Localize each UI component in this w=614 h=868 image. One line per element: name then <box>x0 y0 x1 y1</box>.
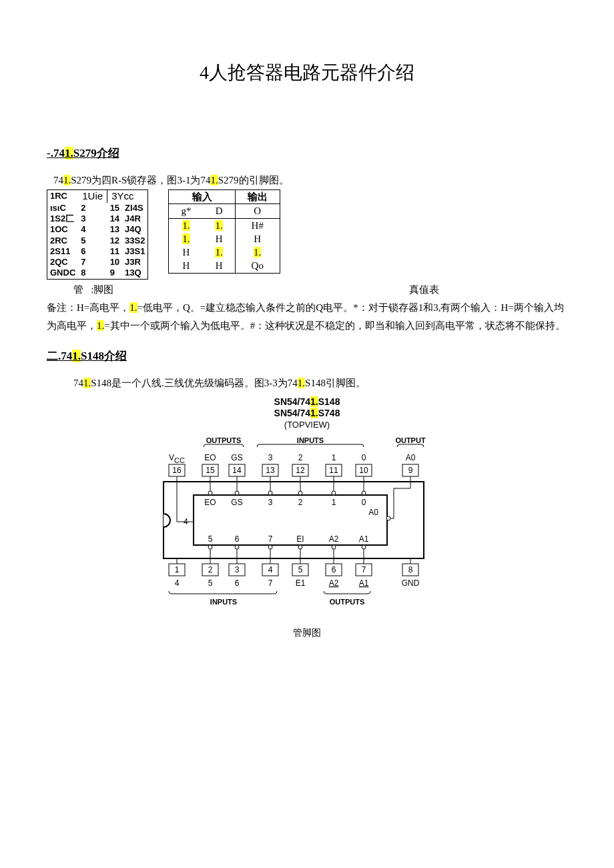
mid-2: 2 <box>298 498 303 507</box>
truth-r2c: H <box>235 232 280 246</box>
section-1-heading: -.741.S279介绍 <box>47 145 567 161</box>
bn7: 7 <box>362 565 366 574</box>
svg-point-20 <box>208 491 212 495</box>
s1-intro-e: S279的引脚图。 <box>218 175 289 185</box>
svg-point-42 <box>362 545 366 549</box>
top-gs: GS <box>231 453 242 462</box>
lbl-inputs-top: INPUTS <box>297 436 324 444</box>
bn3: 3 <box>235 565 240 574</box>
pin-r3-n1: 3 <box>78 213 107 224</box>
mid-4: 4 <box>184 517 188 526</box>
s1-note: 备注：H=高电平，1.=低电平，Q。=建立稳态输入条件之前的Q电平。*：对于锁存… <box>47 299 567 335</box>
svg-point-24 <box>268 491 272 495</box>
bn6: 6 <box>332 565 336 574</box>
top-a0: A0 <box>406 453 416 462</box>
truth-r4c: Qo <box>235 259 280 273</box>
pin-r1-l: 1RC <box>47 190 79 203</box>
truth-h2: D <box>203 204 235 218</box>
mid-0: 0 <box>362 498 366 507</box>
svg-point-34 <box>235 545 239 549</box>
mid-3: 3 <box>268 498 273 507</box>
chip-diagram: OUTPUTS INPUTS OUTPUT VCC EO GS 3 2 1 0 … <box>150 435 464 615</box>
bot-4: 4 <box>175 578 180 588</box>
mb-7: 7 <box>268 534 273 544</box>
pin-r7-n2: 10 <box>107 257 122 268</box>
top-0: 0 <box>362 453 366 462</box>
ct1b: 1. <box>310 396 318 407</box>
tn15: 15 <box>206 466 215 475</box>
tn14: 14 <box>232 466 242 475</box>
s1-intro: 741.S279为四R-S锁存器，图3-1为741.S279的引脚图。 <box>53 174 567 187</box>
caption-row-1: 管 :脚图 真值表 <box>47 284 567 296</box>
truth-r1a: 1. <box>182 220 190 231</box>
pin-r3-r: J4R <box>122 213 148 224</box>
s1-head-post: S279介绍 <box>73 147 119 159</box>
bot-gnd: GND <box>402 578 420 588</box>
truth-h-in: 输入 <box>169 190 235 204</box>
truth-r1c: H# <box>235 218 280 232</box>
pin-r8-n2: 9 <box>107 268 122 279</box>
pin-r2-l: ısıC <box>47 203 79 213</box>
pin-r6-r: J3S1 <box>122 246 148 257</box>
truth-r2b: H <box>203 232 235 246</box>
bot-7: 7 <box>268 578 273 588</box>
svg-point-32 <box>208 545 212 549</box>
svg-point-36 <box>268 545 272 549</box>
caption-truth: 真值表 <box>280 284 567 296</box>
truth-r4a: H <box>169 259 204 273</box>
bn2: 2 <box>208 565 213 574</box>
s2-intro-c: S148是一个八线.三线优先级编码器。图3-3为74 <box>91 378 298 388</box>
truth-h-out: 输出 <box>235 190 280 204</box>
tn11: 11 <box>329 466 338 475</box>
cap-left-a: 管 <box>73 284 83 295</box>
pin-r5-n2: 12 <box>107 236 122 246</box>
svg-point-22 <box>235 491 239 495</box>
pin-r8-r: 13Q <box>122 268 148 279</box>
s2-head-pre: 二.74 <box>47 350 72 362</box>
mid-gs: GS <box>231 498 242 507</box>
tn13: 13 <box>266 466 275 475</box>
mb-a1: A1 <box>359 534 369 544</box>
svg-point-40 <box>332 545 336 549</box>
svg-point-31 <box>386 516 390 520</box>
svg-point-26 <box>298 491 302 495</box>
pin-r3-l: 1S2匚 <box>47 213 79 224</box>
truth-h1: g* <box>169 204 204 218</box>
svg-point-30 <box>362 491 366 495</box>
svg-text:VCC: VCC <box>169 453 185 464</box>
pin-r4-l: 1OC <box>47 224 79 235</box>
truth-r4b: H <box>203 259 235 273</box>
pin-r2-r: ZI4S <box>122 203 148 213</box>
truth-table: 输入 输出 g* D O 1. 1. H# 1. H H H 1. 1. H H… <box>168 189 280 274</box>
pin-r8-l: GNDC <box>47 268 79 279</box>
mid-eo: EO <box>204 498 216 507</box>
chip-block: SN54/741.S148 SN54/741.S748 (TOPVIEW) OU… <box>47 396 567 639</box>
caption-pin: 管 :脚图 <box>47 284 280 296</box>
pin-r2-n1: 2 <box>78 203 107 213</box>
tn16: 16 <box>172 466 182 475</box>
svg-point-38 <box>298 545 302 549</box>
note-b: 1. <box>129 302 137 313</box>
pin-r7-n1: 7 <box>78 257 107 268</box>
pin-r2-n2: 15 <box>107 203 122 213</box>
ct1c: S148 <box>318 396 340 407</box>
page-title: 4人抢答器电路元器件介绍 <box>47 60 567 85</box>
s1-intro-c: S279为四R-S锁存器，图3-1为74 <box>71 175 210 185</box>
mid-1: 1 <box>332 498 336 507</box>
s2-intro-e: S148引脚图。 <box>305 378 366 388</box>
mid-a0: A0 <box>368 508 378 517</box>
chip-caption: 管脚图 <box>47 627 567 639</box>
pin-r1-c2: 3Ycc <box>107 190 148 203</box>
mb-5: 5 <box>208 534 213 544</box>
pin-r6-l: 2S11 <box>47 246 79 257</box>
vcc: V <box>169 453 174 462</box>
pin-r5-l: 2RC <box>47 236 79 246</box>
pin-r4-r: J4Q <box>122 224 148 235</box>
ct2c: S748 <box>318 408 340 418</box>
pin-r1-c1: 1Uie <box>78 190 107 203</box>
s2-intro-b: 1. <box>83 378 91 388</box>
pin-table: 1RC1Uie3Ycc ısıC215ZI4S 1S2匚314J4R 1OC41… <box>47 189 148 280</box>
pin-r6-n1: 6 <box>78 246 107 257</box>
chip-title-2: SN54/741.S748 <box>47 408 567 420</box>
lbl-outputs-bot: OUTPUTS <box>330 598 365 606</box>
